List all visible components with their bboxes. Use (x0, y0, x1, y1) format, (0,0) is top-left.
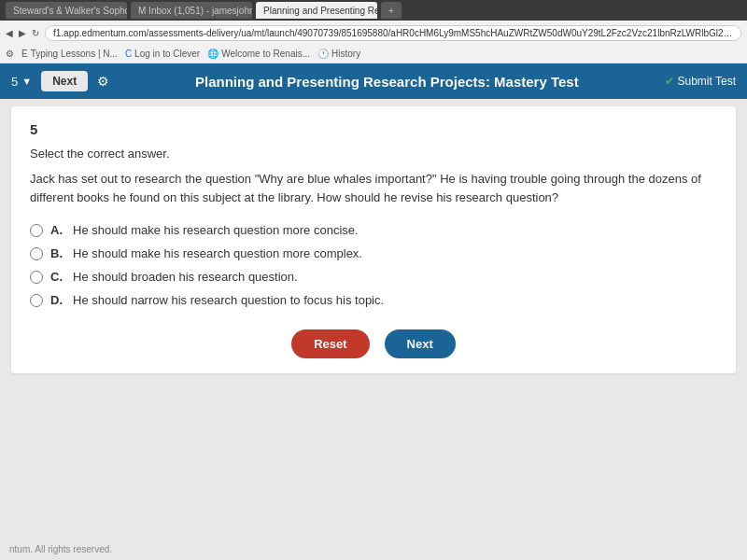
main-content: 5 Select the correct answer. Jack has se… (11, 106, 736, 373)
bookmark-history[interactable]: 🕐 History (317, 49, 360, 59)
option-c[interactable]: C. He should broaden his research questi… (30, 270, 717, 284)
tab-new[interactable]: + (381, 2, 402, 19)
option-b-text: He should make his research question mor… (73, 246, 362, 260)
option-d[interactable]: D. He should narrow his research questio… (30, 293, 717, 307)
tab-label: Planning and Presenting Resear... (263, 6, 377, 16)
radio-c[interactable] (30, 271, 43, 284)
tab-label: + (388, 6, 394, 16)
tab-label: Steward's & Walker's Sophomo... (13, 6, 127, 16)
top-nav: 5 ▼ Next ⚙ Planning and Presenting Resea… (0, 63, 747, 99)
instruction-text: Select the correct answer. (30, 147, 717, 161)
action-buttons: Reset Next (30, 329, 717, 358)
bookmark-label: Log in to Clever (134, 49, 200, 59)
option-a-letter: A. (50, 223, 65, 237)
question-number: 5 (30, 121, 717, 137)
bookmark-icon: 🌐 (207, 49, 218, 59)
option-a[interactable]: A. He should make his research question … (30, 223, 717, 237)
address-bar[interactable]: f1.app.edmentum.com/assessments-delivery… (45, 25, 741, 41)
page-title: Planning and Presenting Research Project… (119, 74, 655, 90)
nav-next-button[interactable]: Next (41, 71, 88, 91)
checkmark-icon: ✔ (665, 75, 674, 88)
reset-button[interactable]: Reset (291, 329, 369, 358)
tab-stewards[interactable]: Steward's & Walker's Sophomo... ✕ (6, 2, 127, 19)
forward-icon[interactable]: ▶ (19, 28, 26, 38)
bookmark-label: Welcome to Renais... (221, 49, 310, 59)
bookmark-icon: C (125, 49, 132, 59)
option-a-text: He should make his research question mor… (73, 223, 359, 237)
browser-chrome: Steward's & Walker's Sophomo... ✕ M Inbo… (0, 0, 747, 21)
back-icon[interactable]: ◀ (6, 28, 13, 38)
submit-test-button[interactable]: ✔ Submit Test (665, 75, 736, 88)
settings-icon[interactable]: ⚙ (97, 74, 109, 89)
reload-icon[interactable]: ↻ (32, 28, 39, 38)
bookmark-icon: E (21, 49, 28, 59)
bookmark-label: Typing Lessons | N... (31, 49, 118, 59)
option-c-text: He should broaden his research question. (73, 270, 298, 284)
option-c-letter: C. (50, 270, 65, 284)
address-bar-row: ◀ ▶ ↻ f1.app.edmentum.com/assessments-de… (0, 21, 747, 45)
option-d-text: He should narrow his research question t… (73, 293, 384, 307)
answer-options: A. He should make his research question … (30, 223, 717, 307)
bookmark-typing[interactable]: E Typing Lessons | N... (21, 49, 118, 59)
footer: ntum. All rights reserved. (9, 544, 112, 554)
option-b[interactable]: B. He should make his research question … (30, 246, 717, 260)
bookmark-renais[interactable]: 🌐 Welcome to Renais... (207, 49, 310, 59)
question-nav-number: 5 (11, 75, 18, 89)
radio-a[interactable] (30, 224, 43, 237)
question-number-selector: 5 ▼ (11, 75, 32, 89)
next-button[interactable]: Next (385, 329, 456, 358)
copyright-text: ntum. All rights reserved. (9, 544, 112, 554)
radio-d[interactable] (30, 294, 43, 307)
option-d-letter: D. (50, 293, 65, 307)
clock-icon: 🕐 (317, 49, 329, 59)
question-text: Jack has set out to research the questio… (30, 170, 717, 206)
option-b-letter: B. (50, 246, 65, 260)
chevron-down-icon[interactable]: ▼ (21, 76, 32, 87)
bookmark-clever[interactable]: C Log in to Clever (125, 49, 200, 59)
submit-label: Submit Test (678, 75, 736, 88)
tab-label: M Inbox (1,051) - jamesjohnson1@... (138, 6, 252, 16)
radio-b[interactable] (30, 247, 43, 260)
bookmarks-bar: ⚙ E Typing Lessons | N... C Log in to Cl… (0, 45, 747, 63)
apps-icon: ⚙ (6, 49, 14, 59)
tab-planning[interactable]: Planning and Presenting Resear... ✕ (256, 2, 377, 19)
tab-inbox[interactable]: M Inbox (1,051) - jamesjohnson1@... ✕ (131, 2, 252, 19)
bookmark-label: History (331, 49, 360, 59)
